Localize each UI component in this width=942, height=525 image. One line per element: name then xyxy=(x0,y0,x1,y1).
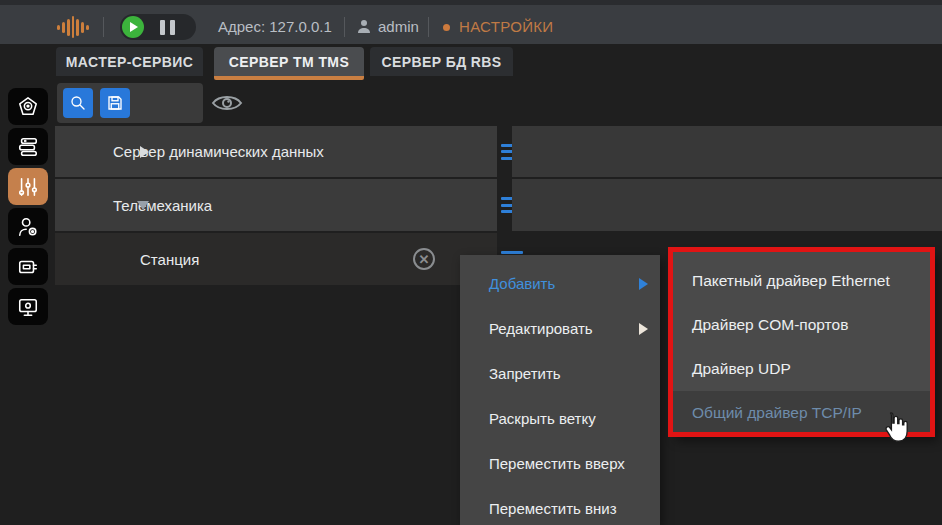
settings-dot-icon xyxy=(443,24,450,31)
data-stack-icon xyxy=(17,136,39,158)
menu-item-label: Раскрыть ветку xyxy=(489,410,596,427)
sidebar-item-monitor-view[interactable] xyxy=(8,288,48,325)
detail-panel-row xyxy=(512,126,942,177)
tree-row-telemechanics[interactable]: Телемеханика xyxy=(55,179,497,231)
tree-toolbar xyxy=(57,83,203,123)
topbar: Адрес: 127.0.0.1 admin НАСТРОЙКИ xyxy=(0,5,942,44)
detail-panel-row xyxy=(512,179,942,231)
sidebar-item-data-stack[interactable] xyxy=(8,128,48,165)
tree-row-dynamic-data-server[interactable]: Сервер динамических данных xyxy=(55,126,497,177)
app-window: Адрес: 127.0.0.1 admin НАСТРОЙКИ МАСТЕР-… xyxy=(0,0,942,525)
tab-master-service[interactable]: МАСТЕР-СЕРВИС xyxy=(56,47,203,76)
tab-server-bd-rbs[interactable]: СЕРВЕР БД RBS xyxy=(370,47,513,76)
visibility-eye-icon[interactable] xyxy=(210,92,244,114)
play-button-icon[interactable] xyxy=(122,16,144,38)
sidebar-item-home-badge[interactable] xyxy=(8,88,48,125)
menu-item-forbid[interactable]: Запретить xyxy=(460,351,660,396)
menu-item-label: Запретить xyxy=(489,365,561,382)
menu-item-add[interactable]: Добавить xyxy=(460,261,660,306)
menu-item-move-down[interactable]: Переместить вниз xyxy=(460,486,660,525)
topbar-divider xyxy=(344,17,345,37)
search-button[interactable] xyxy=(63,88,93,118)
menu-item-label: Переместить вверх xyxy=(489,455,625,472)
collapse-arrow-icon[interactable] xyxy=(137,201,149,210)
submenu-item-tcpip-driver[interactable]: Общий драйвер TCP/IP xyxy=(673,391,935,435)
settings-link[interactable]: НАСТРОЙКИ xyxy=(459,18,553,35)
submenu-item-ethernet-driver[interactable]: Пакетный драйвер Ethernet xyxy=(673,259,935,303)
add-submenu: Пакетный драйвер Ethernet Драйвер COM-по… xyxy=(673,252,935,437)
tree-node-label: Телемеханика xyxy=(113,197,212,214)
monitor-eye-icon xyxy=(17,296,39,318)
soundwave-logo-icon xyxy=(57,16,89,38)
menu-item-label: Добавить xyxy=(489,275,555,292)
tree-row-station[interactable]: Станция ✕ xyxy=(55,233,497,285)
pause-button-icon[interactable] xyxy=(160,20,175,35)
submenu-item-udp-driver[interactable]: Драйвер UDP xyxy=(673,347,935,391)
menu-item-expand-branch[interactable]: Раскрыть ветку xyxy=(460,396,660,441)
menu-item-label: Переместить вниз xyxy=(489,500,617,517)
submenu-arrow-icon xyxy=(639,278,648,290)
tuning-sliders-icon xyxy=(17,176,39,198)
user-icon xyxy=(356,18,372,34)
sidebar-item-device-card[interactable] xyxy=(8,248,48,285)
disable-circle-icon[interactable]: ✕ xyxy=(413,248,435,270)
context-menu: Добавить Редактировать Запретить Раскрыт… xyxy=(460,255,660,525)
menu-item-edit[interactable]: Редактировать xyxy=(460,306,660,351)
tab-server-tm-tms[interactable]: СЕРВЕР ТМ TMS xyxy=(214,47,364,76)
username[interactable]: admin xyxy=(378,18,419,35)
active-tab-underline xyxy=(214,76,364,80)
menu-item-move-up[interactable]: Переместить вверх xyxy=(460,441,660,486)
user-gear-icon xyxy=(17,216,39,238)
search-icon xyxy=(69,94,87,112)
sidebar-item-user-settings[interactable] xyxy=(8,208,48,245)
device-card-icon xyxy=(17,256,39,278)
menu-item-label: Редактировать xyxy=(489,320,593,337)
save-icon xyxy=(106,94,124,112)
run-control xyxy=(120,14,196,40)
save-button[interactable] xyxy=(100,88,130,118)
expand-arrow-icon[interactable] xyxy=(140,146,149,158)
topbar-divider xyxy=(428,17,429,37)
home-badge-icon xyxy=(17,96,39,118)
submenu-arrow-icon xyxy=(639,323,648,335)
server-address: Адрес: 127.0.0.1 xyxy=(218,18,332,35)
topbar-divider xyxy=(103,17,104,37)
sidebar-item-tuning-sliders[interactable] xyxy=(8,168,48,205)
tree-node-label: Станция xyxy=(140,251,199,268)
submenu-item-com-driver[interactable]: Драйвер COM-портов xyxy=(673,303,935,347)
